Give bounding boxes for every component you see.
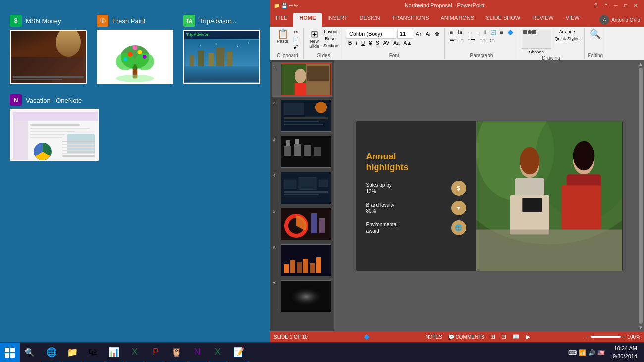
msn-thumbnail[interactable] <box>10 30 87 84</box>
ppt-font-name-box[interactable]: Calibri (Body) <box>347 29 396 39</box>
ppt-quick-styles-btn[interactable]: Quick Styles <box>553 36 581 42</box>
section-btn[interactable]: Section <box>322 43 340 49</box>
onenote-thumbnail[interactable] <box>10 109 99 161</box>
ppt-tab-insert[interactable]: INSERT <box>322 13 353 27</box>
ppt-smartart-btn[interactable]: 🔷 <box>506 29 515 36</box>
slide-thumb-3[interactable] <box>281 136 331 168</box>
slide-item-2[interactable]: 2 <box>272 99 332 133</box>
ppt-text-direction-btn[interactable]: 🔄 <box>489 29 498 36</box>
ppt-help-btn[interactable]: ? <box>591 1 600 9</box>
slide-thumb-6[interactable] <box>281 244 331 276</box>
notes-btn[interactable]: NOTES <box>425 334 442 340</box>
ppt-bold-btn[interactable]: B <box>347 40 353 46</box>
ppt-copy-btn[interactable]: 📄 <box>291 36 300 43</box>
taskbar-clock[interactable]: 10:24 AM 9/30/2014 <box>609 345 641 360</box>
slide-vertical-scrollbar[interactable]: ▲ ▼ <box>637 60 644 331</box>
ppt-align-text-btn[interactable]: ≡ <box>499 29 505 36</box>
slide-thumb-7[interactable] <box>281 280 331 312</box>
app-card-msn[interactable]: $ MSN Money <box>10 15 87 84</box>
slide-item-6[interactable]: 6 <box>272 243 332 277</box>
network-icon[interactable]: 📶 <box>579 349 586 356</box>
taskbar-ie-btn[interactable]: 🌐 <box>42 343 61 362</box>
ppt-font-color-btn[interactable]: A▲ <box>402 40 414 46</box>
slide-item-1[interactable]: 1 <box>272 62 332 97</box>
ppt-font-size-box[interactable]: 11 <box>397 29 413 39</box>
ppt-line-spacing-btn[interactable]: ↕≡ <box>488 37 496 43</box>
ppt-indent-inc-btn[interactable]: → <box>474 29 482 36</box>
slide-thumb-2[interactable] <box>281 100 331 132</box>
ppt-shapes-gallery[interactable] <box>522 29 551 49</box>
taskbar-explorer-btn[interactable]: 📁 <box>62 343 82 362</box>
ppt-close-btn[interactable]: ✕ <box>631 1 640 9</box>
ppt-indent-dec-btn[interactable]: ← <box>465 29 473 36</box>
ppt-dec-font-btn[interactable]: A↓ <box>424 31 433 37</box>
ppt-tab-design[interactable]: DESIGN <box>353 13 386 27</box>
slide-panel[interactable]: 1 <box>270 60 334 331</box>
main-slide[interactable]: Annualhighlights Sales up by13% $ <box>356 121 623 271</box>
taskbar-excel2-btn[interactable]: X <box>208 343 228 362</box>
taskbar-store-btn[interactable]: 🛍 <box>83 343 103 362</box>
ppt-char-spacing-btn[interactable]: AV <box>382 40 391 46</box>
ppt-col-btn[interactable]: ⫴ <box>483 29 488 36</box>
ppt-slide-sorter-btn[interactable]: ⊟ <box>501 333 506 340</box>
ppt-zoom-out-btn[interactable]: − <box>586 334 589 340</box>
ppt-text-shadow-btn[interactable]: S <box>375 40 381 46</box>
ppt-format-painter-btn[interactable]: 🖌 <box>291 44 300 50</box>
ppt-zoom-in-btn[interactable]: + <box>623 334 626 340</box>
comments-btn[interactable]: 💬 COMMENTS <box>448 334 484 340</box>
taskbar-ppt-btn[interactable]: P <box>146 343 165 362</box>
ppt-align-right-btn[interactable]: ≡⮕ <box>466 37 477 43</box>
tripadvisor-thumbnail[interactable]: TripAdvisor <box>183 30 260 84</box>
scroll-down-btn[interactable]: ▼ <box>638 325 643 330</box>
volume-icon[interactable]: 🔊 <box>588 349 595 356</box>
input-method-icon[interactable]: 🇺🇸 <box>597 349 605 356</box>
ppt-reading-view-btn[interactable]: 📖 <box>512 333 520 340</box>
ppt-underline-btn[interactable]: U <box>360 40 366 46</box>
start-button[interactable] <box>0 343 20 362</box>
ppt-tab-home[interactable]: HOME <box>293 13 322 27</box>
ppt-tab-animations[interactable]: ANIMATIONS <box>435 13 481 27</box>
slide-thumb-4[interactable] <box>281 172 331 204</box>
ppt-strikethrough-btn[interactable]: S <box>367 40 374 46</box>
ppt-tab-file[interactable]: FILE <box>270 13 293 27</box>
show-desktop-btn[interactable] <box>641 343 644 362</box>
taskbar-sticky-btn[interactable]: 📝 <box>229 343 249 362</box>
slide-item-4[interactable]: 4 <box>272 171 332 205</box>
layout-btn[interactable]: Layout <box>322 29 340 35</box>
taskbar-onenote-btn[interactable]: N <box>187 343 207 362</box>
taskbar-store2-btn[interactable]: 📊 <box>104 343 124 362</box>
slide-thumb-1[interactable] <box>281 63 331 96</box>
taskbar-search-btn[interactable]: 🔍 <box>20 343 40 362</box>
ppt-clear-format-btn[interactable]: 🗑 <box>433 31 441 37</box>
ppt-align-left-btn[interactable]: ⬅≡ <box>448 37 458 43</box>
ppt-tab-review[interactable]: REVIEW <box>526 13 559 27</box>
scroll-up-btn[interactable]: ▲ <box>638 61 643 67</box>
ppt-bullets-btn[interactable]: ≡ <box>448 29 454 36</box>
reset-btn[interactable]: Reset <box>322 36 340 42</box>
ppt-align-center-btn[interactable]: ≡ <box>459 37 465 43</box>
ppt-paste-btn[interactable]: 📋 Paste <box>275 29 290 50</box>
ppt-arrange-btn[interactable]: Arrange <box>553 29 581 35</box>
app-card-tripadvisor[interactable]: TA TripAdvisor... TripAdvisor <box>183 15 260 84</box>
slide-item-5[interactable]: 5 <box>272 207 332 241</box>
ppt-inc-font-btn[interactable]: A↑ <box>414 31 423 37</box>
taskbar-tripadvisor-btn[interactable]: 🦉 <box>166 343 186 362</box>
keyboard-icon[interactable]: ⌨ <box>568 349 577 356</box>
ppt-normal-view-btn[interactable]: ⊞ <box>490 333 495 340</box>
paint-thumbnail[interactable] <box>97 30 173 84</box>
ppt-italic-btn[interactable]: I <box>354 40 359 46</box>
ppt-cut-btn[interactable]: ✂ <box>291 29 300 35</box>
slide-item-3[interactable]: 3 <box>272 135 332 169</box>
ppt-maximize-btn[interactable]: □ <box>621 1 630 9</box>
ppt-tab-transitions[interactable]: TRANSITIONS <box>386 13 435 27</box>
ppt-zoom-slider[interactable] <box>591 336 621 338</box>
taskbar-excel-btn[interactable]: X <box>125 343 145 362</box>
new-slide-btn[interactable]: ⊞ NewSlide <box>307 29 321 50</box>
app-card-onenote[interactable]: N Vacation - OneNote <box>10 94 173 161</box>
ppt-tab-slideshow[interactable]: SLIDE SHOW <box>480 13 526 27</box>
ppt-tab-view[interactable]: VIEW <box>560 13 586 27</box>
ppt-numbering-btn[interactable]: 1≡ <box>455 29 464 36</box>
ppt-justify-btn[interactable]: ≡≡ <box>478 37 487 43</box>
app-card-paint[interactable]: 🎨 Fresh Paint <box>97 15 173 84</box>
ppt-slideshow-btn[interactable]: ▶ <box>526 333 530 340</box>
